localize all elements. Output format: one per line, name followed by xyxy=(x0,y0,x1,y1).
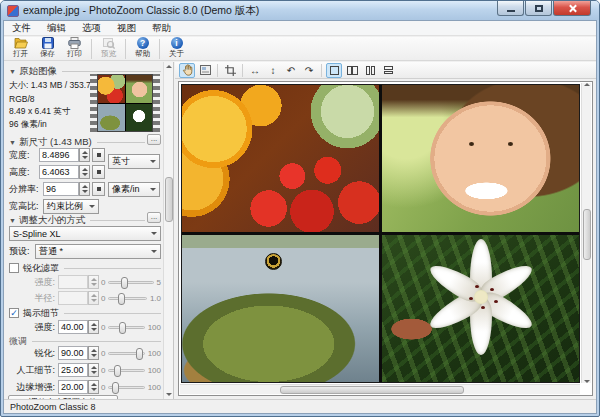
slider-thumb[interactable] xyxy=(112,382,119,394)
chevron-down-icon xyxy=(151,232,157,235)
edge-boost-slider[interactable] xyxy=(108,386,144,389)
resolution-unit-dropdown[interactable]: 像素/in xyxy=(108,182,160,197)
edge-boost-row: 边缘增强: 0 100 xyxy=(9,380,161,394)
close-button[interactable] xyxy=(553,1,591,16)
artifact-detail-input[interactable] xyxy=(58,363,88,377)
chevron-down-icon xyxy=(150,188,156,191)
titlebar[interactable]: example.jpg - PhotoZoom Classic 8.0 (Dem… xyxy=(1,1,599,20)
unsharp-strength-label: 强度: xyxy=(9,276,55,289)
new-size-more-button[interactable]: ... xyxy=(147,134,161,145)
flip-horizontal-icon: ↔ xyxy=(250,65,260,76)
navigator-button[interactable] xyxy=(197,63,213,78)
unsharp-radius-row: 半径: 0 1.0 xyxy=(9,291,161,305)
preset-row: 预设: 普通 * xyxy=(9,244,161,258)
aspect-dropdown[interactable]: 约束比例 xyxy=(43,199,99,214)
height-link-button[interactable] xyxy=(92,165,105,179)
edge-boost-input[interactable] xyxy=(58,380,88,394)
menu-help[interactable]: 帮助 xyxy=(144,21,179,35)
frog-eye-detail xyxy=(265,253,282,270)
filmstrip-sprockets xyxy=(90,74,97,132)
menu-edit[interactable]: 编辑 xyxy=(39,21,74,35)
artifact-detail-stepper[interactable] xyxy=(88,363,99,377)
height-stepper[interactable] xyxy=(79,165,90,179)
flip-vertical-button[interactable]: ↕ xyxy=(265,63,281,78)
preview-magnifier-icon xyxy=(102,37,116,49)
sharpness-input[interactable] xyxy=(58,346,88,360)
rotate-cw-icon: ↷ xyxy=(305,65,313,76)
new-size-header[interactable]: ▼ 新尺寸 (1.43 MB) xyxy=(9,135,161,149)
menu-view[interactable]: 视图 xyxy=(109,21,144,35)
resolution-stepper[interactable] xyxy=(79,182,90,196)
open-button[interactable]: 打开 xyxy=(7,37,34,60)
save-button[interactable]: 保存 xyxy=(34,37,61,60)
horizontal-scrollbar-thumb[interactable] xyxy=(280,386,464,394)
width-input[interactable] xyxy=(39,148,79,162)
toolbar-separator xyxy=(159,39,160,59)
unsharp-radius-input xyxy=(58,291,88,305)
resolution-link-button[interactable] xyxy=(92,182,105,196)
reveal-strength-slider[interactable] xyxy=(108,326,144,329)
artifact-detail-label: 人工细节: xyxy=(9,364,55,377)
unsharp-mask-checkbox-row[interactable]: 锐化滤罩 xyxy=(9,261,161,275)
artifact-detail-slider[interactable] xyxy=(108,369,144,372)
panel-scrollbar-thumb[interactable] xyxy=(165,177,173,222)
panel-scrollbar[interactable] xyxy=(163,62,173,399)
slider-thumb[interactable] xyxy=(114,365,121,377)
rotate-right-button[interactable]: ↷ xyxy=(301,63,317,78)
resize-method-header[interactable]: ▼ 调整大小的方式 xyxy=(9,213,161,227)
chevron-down-icon xyxy=(89,205,95,208)
reveal-details-checkbox[interactable]: ✓ xyxy=(9,308,19,318)
height-label: 高度: xyxy=(9,166,39,179)
size-unit-dropdown[interactable]: 英寸 xyxy=(108,154,160,169)
preview-image[interactable] xyxy=(181,84,580,383)
view-single-button[interactable] xyxy=(326,63,342,78)
maximize-button[interactable] xyxy=(525,1,552,16)
lily-center xyxy=(474,290,488,304)
preset-dropdown[interactable]: 普通 * xyxy=(35,244,161,259)
reveal-strength-input[interactable] xyxy=(58,320,88,334)
help-button[interactable]: ? 帮助 xyxy=(129,37,156,60)
menu-options[interactable]: 选项 xyxy=(74,21,109,35)
menu-file[interactable]: 文件 xyxy=(4,21,39,35)
algorithm-dropdown[interactable]: S-Spline XL xyxy=(9,226,161,241)
flip-horizontal-button[interactable]: ↔ xyxy=(247,63,263,78)
sharpness-slider[interactable] xyxy=(108,352,144,355)
reveal-strength-row: 强度: 0 100 xyxy=(9,320,161,334)
print-button[interactable]: 打印 xyxy=(61,37,88,60)
aspect-row: 宽高比: 约束比例 xyxy=(9,199,161,213)
width-link-button[interactable] xyxy=(92,148,105,162)
sharpness-stepper[interactable] xyxy=(88,346,99,360)
photo-fruits xyxy=(182,85,379,232)
reveal-details-checkbox-row[interactable]: ✓ 揭示细节 xyxy=(9,306,161,320)
resolution-input[interactable] xyxy=(43,182,79,196)
printer-icon xyxy=(68,37,82,49)
view-side-by-side-button[interactable] xyxy=(362,63,378,78)
filmstrip-sprockets xyxy=(153,74,160,132)
slider-thumb[interactable] xyxy=(119,322,126,334)
slider-thumb xyxy=(121,277,128,289)
rotate-left-button[interactable]: ↶ xyxy=(283,63,299,78)
about-button[interactable]: i 关于 xyxy=(163,37,190,60)
view-side-by-side-icon xyxy=(366,66,375,75)
resize-method-more-button[interactable]: ... xyxy=(147,212,161,223)
hand-tool-button[interactable] xyxy=(179,63,195,78)
edge-boost-stepper[interactable] xyxy=(88,380,99,394)
unsharp-mask-checkbox[interactable] xyxy=(9,263,19,273)
folder-open-icon xyxy=(14,37,28,49)
horizontal-scrollbar[interactable] xyxy=(180,384,580,394)
slider-thumb[interactable] xyxy=(136,348,143,360)
reveal-strength-stepper[interactable] xyxy=(88,320,99,334)
main-toolbar: 打开 保存 打印 预览 xyxy=(4,37,596,61)
app-window: example.jpg - PhotoZoom Classic 8.0 (Dem… xyxy=(0,0,600,417)
vertical-scrollbar[interactable] xyxy=(581,83,591,383)
view-split-button[interactable] xyxy=(344,63,360,78)
crop-tool-button[interactable] xyxy=(222,63,238,78)
view-top-bottom-button[interactable] xyxy=(380,63,396,78)
unsharp-radius-label: 半径: xyxy=(9,292,55,305)
view-split-icon xyxy=(347,66,358,75)
vertical-scrollbar-thumb[interactable] xyxy=(583,209,591,260)
photo-smiling-woman xyxy=(382,85,579,232)
height-input[interactable] xyxy=(39,165,79,179)
width-stepper[interactable] xyxy=(79,148,90,162)
minimize-button[interactable] xyxy=(497,1,524,16)
